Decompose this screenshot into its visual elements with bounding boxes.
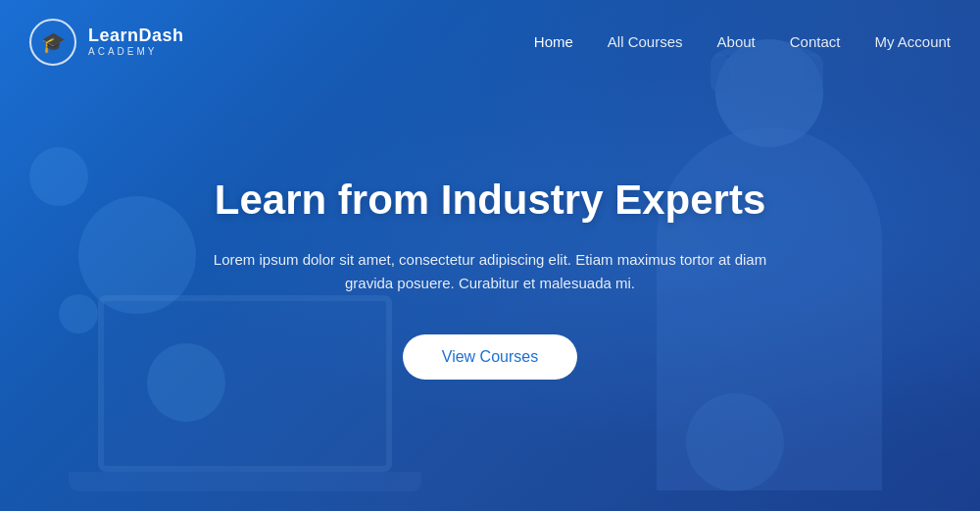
navbar: 🎓 LearnDash ACADEMY Home All Courses Abo…: [0, 0, 980, 83]
logo-icon: 🎓: [29, 19, 76, 66]
logo-text-area: LearnDash ACADEMY: [88, 26, 184, 57]
nav-item-about: About: [717, 33, 756, 51]
hero-title: Learn from Industry Experts: [215, 176, 765, 225]
brand-sub: ACADEMY: [88, 46, 184, 57]
hero-subtitle: Lorem ipsum dolor sit amet, consectetur …: [206, 248, 774, 295]
nav-item-all-courses: All Courses: [608, 33, 683, 51]
nav-link-contact[interactable]: Contact: [790, 33, 841, 50]
logo-area: 🎓 LearnDash ACADEMY: [29, 19, 184, 66]
nav-link-all-courses[interactable]: All Courses: [608, 33, 683, 50]
nav-item-my-account: My Account: [874, 33, 951, 51]
brand-name: LearnDash: [88, 26, 184, 46]
graduation-cap-icon: 🎓: [41, 30, 66, 54]
view-courses-button[interactable]: View Courses: [403, 334, 577, 380]
nav-link-about[interactable]: About: [717, 33, 756, 50]
nav-link-my-account[interactable]: My Account: [874, 33, 951, 50]
nav-item-home: Home: [534, 33, 573, 51]
nav-item-contact: Contact: [790, 33, 841, 51]
nav-links: Home All Courses About Contact My Accoun…: [534, 33, 951, 51]
hero-section: 🎓 LearnDash ACADEMY Home All Courses Abo…: [0, 0, 980, 511]
nav-link-home[interactable]: Home: [534, 33, 573, 50]
hero-content: Learn from Industry Experts Lorem ipsum …: [0, 83, 980, 511]
